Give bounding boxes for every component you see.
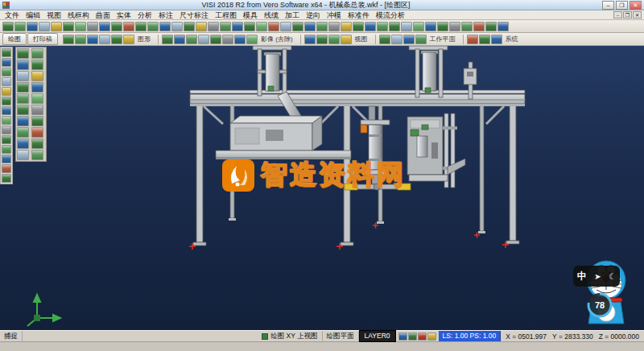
toolbar-icon[interactable] <box>222 35 233 44</box>
menu-item[interactable]: 逆向 <box>303 10 324 20</box>
toolbar-icon[interactable] <box>244 22 255 31</box>
ime-indicator[interactable]: 中 <box>577 270 587 283</box>
menu-item[interactable]: 工程图 <box>212 10 240 20</box>
tool-icon[interactable] <box>2 48 11 57</box>
menu-item[interactable]: 线框构 <box>64 10 93 20</box>
layer-selector[interactable]: LAYER0 <box>359 330 396 342</box>
mdi-close-button[interactable]: ✕ <box>633 11 642 19</box>
mdi-restore-button[interactable]: ❐ <box>623 11 632 19</box>
tool-icon[interactable] <box>31 138 43 149</box>
menu-item[interactable]: 尺寸标注 <box>176 10 212 20</box>
toolbar-icon[interactable] <box>208 22 219 31</box>
toolbar-icon[interactable] <box>256 22 267 31</box>
tool-icon[interactable] <box>2 174 11 183</box>
menu-item[interactable]: 视图 <box>43 10 64 20</box>
toolbar-icon[interactable] <box>328 22 340 31</box>
menu-item[interactable]: 实体 <box>114 10 134 20</box>
tool-icon[interactable] <box>31 116 43 126</box>
toolbar-icon[interactable] <box>415 35 427 44</box>
toolbar-icon[interactable] <box>171 22 183 31</box>
tool-icon[interactable] <box>17 60 29 70</box>
toolbar-icon[interactable] <box>51 22 62 31</box>
toolbar-icon[interactable] <box>246 35 258 44</box>
tool-icon[interactable] <box>2 155 11 163</box>
toolbar-icon[interactable] <box>63 35 74 44</box>
tool-icon[interactable] <box>17 82 29 93</box>
menu-item[interactable]: 冲模 <box>324 10 345 20</box>
status-icon[interactable] <box>427 332 436 341</box>
mdi-minimize-button[interactable]: – <box>613 11 622 19</box>
toolbar-icon[interactable] <box>234 35 246 44</box>
tool-icon[interactable] <box>2 145 11 154</box>
tool-icon[interactable] <box>17 150 29 160</box>
toolbar-icon[interactable] <box>63 22 74 31</box>
toolbar-icon[interactable] <box>328 35 340 44</box>
toolbar-icon[interactable] <box>87 35 98 44</box>
ime-utility-widget[interactable]: 中 ➤ ☾ <box>573 266 620 287</box>
toolbar-icon[interactable] <box>473 22 485 31</box>
toolbar-icon[interactable] <box>491 35 502 44</box>
workplane-selector[interactable]: 绘图平面 <box>323 331 359 341</box>
toolbar-icon[interactable] <box>316 35 328 44</box>
toolbar-icon[interactable] <box>196 22 207 31</box>
toolbar-icon[interactable] <box>27 22 38 31</box>
toolbar-icon[interactable] <box>174 35 185 44</box>
snap-toggle[interactable]: 捕捉 <box>0 331 23 341</box>
toolbar-icon[interactable] <box>280 22 291 31</box>
tool-icon[interactable] <box>31 93 43 104</box>
performance-gauge[interactable]: 78 <box>586 291 613 319</box>
maximize-button[interactable]: ❐ <box>616 1 628 10</box>
cursor-icon[interactable]: ➤ <box>594 272 601 281</box>
tool-icon[interactable] <box>31 60 43 70</box>
toolbar-icon[interactable] <box>391 35 402 44</box>
toolbar-icon[interactable] <box>75 22 86 31</box>
scale-indicator[interactable]: LS: 1.00 PS: 1.00 <box>439 331 502 341</box>
toolbar-icon[interactable] <box>341 35 352 44</box>
toolbar-icon[interactable] <box>497 22 509 31</box>
toolbar-icon[interactable] <box>401 22 412 31</box>
tool-icon[interactable] <box>31 150 43 160</box>
tool-icon[interactable] <box>17 127 29 138</box>
toolbar-icon[interactable] <box>135 22 147 31</box>
tool-icon[interactable] <box>2 97 11 105</box>
workspace-tab[interactable]: 绘图 <box>2 33 27 45</box>
toolbar-icon[interactable] <box>210 35 221 44</box>
tool-icon[interactable] <box>2 77 11 86</box>
toolbar-icon[interactable] <box>304 35 316 44</box>
toolbar-icon[interactable] <box>147 22 159 31</box>
menu-item[interactable]: 模流分析 <box>373 10 408 20</box>
tool-icon[interactable] <box>17 93 29 104</box>
toolbar-icon[interactable] <box>14 22 26 31</box>
tool-icon[interactable] <box>2 87 11 96</box>
tool-icon[interactable] <box>17 116 29 126</box>
menu-item[interactable]: 模具 <box>240 10 261 20</box>
toolbar-icon[interactable] <box>159 22 171 31</box>
toolbar-icon[interactable] <box>220 22 231 31</box>
tool-icon[interactable] <box>17 48 29 59</box>
minimize-button[interactable]: – <box>602 1 614 10</box>
toolbar-icon[interactable] <box>467 35 478 44</box>
tool-icon[interactable] <box>31 127 43 138</box>
toolbar-icon[interactable] <box>111 35 122 44</box>
status-icon[interactable] <box>418 332 427 341</box>
toolbar-icon[interactable] <box>389 22 400 31</box>
tool-icon[interactable] <box>2 68 11 76</box>
toolbar-icon[interactable] <box>111 22 122 31</box>
tool-icon[interactable] <box>31 105 43 115</box>
toolbar-icon[interactable] <box>365 22 376 31</box>
tool-icon[interactable] <box>31 48 43 59</box>
toolbar-icon[interactable] <box>449 22 460 31</box>
menu-item[interactable]: 标准件 <box>345 10 373 20</box>
3d-viewport[interactable]: 智造资料网 中 ➤ ☾ 78 <box>0 46 644 330</box>
toolbar-icon[interactable] <box>99 35 110 44</box>
tool-icon[interactable] <box>17 138 29 149</box>
toolbar-icon[interactable] <box>353 22 364 31</box>
close-button[interactable]: ✕ <box>630 1 642 10</box>
toolbar-icon[interactable] <box>198 35 209 44</box>
menu-item[interactable]: 分析 <box>134 10 155 20</box>
menu-item[interactable]: 曲面 <box>93 10 114 20</box>
tool-icon[interactable] <box>2 126 11 134</box>
toolbar-icon[interactable] <box>292 22 303 31</box>
menu-item[interactable]: 文件 <box>2 10 23 20</box>
toolbar-icon[interactable] <box>403 35 415 44</box>
